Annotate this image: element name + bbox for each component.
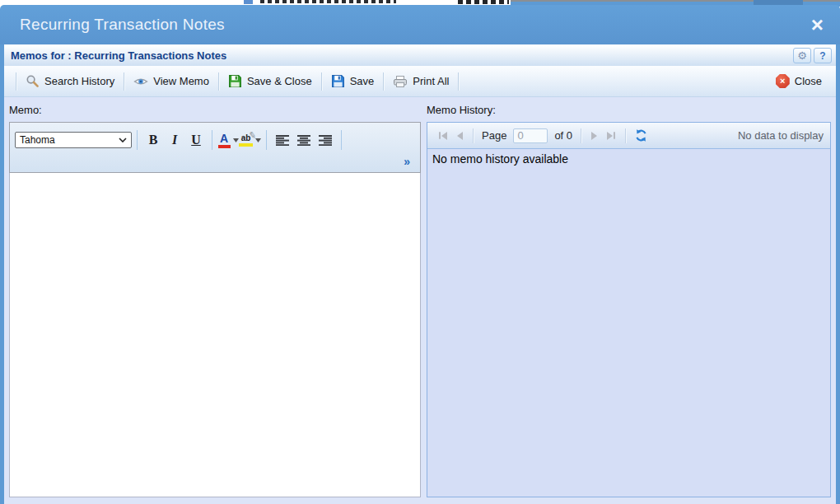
eye-icon (133, 76, 148, 87)
align-left-button[interactable] (272, 129, 293, 151)
highlight-icon: ab ✎ (239, 134, 253, 147)
save-green-icon (228, 74, 242, 88)
editor-separator (266, 130, 267, 150)
highlight-color-button[interactable]: ab ✎ (239, 129, 261, 151)
save-blue-icon (331, 74, 345, 88)
align-right-button[interactable] (315, 129, 336, 151)
font-color-icon: A (218, 133, 231, 148)
align-right-icon (319, 135, 332, 146)
toolbar-separator (458, 72, 459, 91)
dialog-body: Memos for : Recurring Transactions Notes… (0, 44, 840, 504)
align-center-icon (297, 135, 310, 146)
view-memo-label: View Memo (153, 75, 209, 87)
dialog-close-icon[interactable]: × (808, 16, 827, 33)
memo-text-area[interactable] (9, 173, 421, 497)
chevron-down-icon (119, 138, 127, 142)
view-memo-button[interactable]: View Memo (128, 72, 215, 91)
paging-toolbar: Page of 0 (427, 123, 830, 149)
first-page-icon (441, 132, 447, 140)
toolbar-separator (16, 72, 16, 91)
next-page-icon (591, 132, 597, 140)
memo-label: Memo: (9, 104, 42, 116)
editor-separator (341, 130, 342, 150)
last-page-button[interactable] (604, 129, 618, 142)
page-number-input[interactable] (513, 128, 548, 143)
previous-page-button[interactable] (455, 129, 465, 142)
pen-icon: ✎ (248, 130, 257, 140)
refresh-icon (634, 128, 648, 142)
dialog-toolbar: Search History View Memo (4, 66, 836, 97)
bold-button[interactable]: B (142, 129, 164, 151)
paging-separator (581, 128, 581, 143)
previous-page-icon (457, 132, 463, 140)
editor-toolbar-row1: Tahoma B I U (15, 128, 415, 152)
print-all-label: Print All (413, 75, 449, 87)
memos-for-title: Memos for : Recurring Transactions Notes (11, 49, 226, 62)
font-color-button[interactable]: A (217, 129, 239, 151)
dialog-content: Memo: Memo History: Tahoma (4, 97, 836, 504)
underline-button[interactable]: U (185, 129, 207, 151)
page-of-label: of 0 (554, 129, 572, 142)
dialog-title: Recurring Transaction Notes (20, 16, 225, 34)
memo-history-panel: Page of 0 (427, 122, 831, 497)
gear-icon: ⚙ (797, 50, 807, 61)
background-text-fragment (260, 0, 396, 3)
settings-button[interactable]: ⚙ (793, 48, 811, 63)
paging-separator (473, 128, 474, 143)
printer-icon (393, 75, 408, 88)
save-label: Save (350, 75, 375, 87)
search-icon (26, 74, 40, 88)
save-close-label: Save & Close (247, 75, 312, 87)
background-icon-fragment (244, 0, 253, 4)
screen: Recurring Transaction Notes × Memos for … (0, 0, 840, 504)
print-all-button[interactable]: Print All (387, 72, 455, 91)
toolbar-separator (218, 72, 219, 91)
help-icon: ? (819, 50, 825, 62)
editor-toolbar: Tahoma B I U (9, 122, 421, 173)
toolbar-separator (383, 72, 384, 91)
search-history-button[interactable]: Search History (20, 71, 120, 91)
close-red-icon: × (776, 74, 790, 88)
editor-separator (212, 130, 212, 150)
recurring-transaction-notes-dialog: Recurring Transaction Notes × Memos for … (0, 5, 840, 504)
close-x-glyph: × (780, 77, 785, 86)
memo-editor: Tahoma B I U (9, 122, 421, 497)
font-family-select[interactable]: Tahoma (15, 132, 132, 148)
paging-separator (625, 128, 626, 143)
paging-status: No data to display (738, 129, 824, 142)
toolbar-separator (321, 72, 322, 91)
first-page-button[interactable] (436, 129, 450, 142)
save-close-button[interactable]: Save & Close (222, 71, 318, 91)
memo-history-body: No memo history available (427, 149, 830, 497)
help-button[interactable]: ? (814, 48, 832, 63)
header-tool-buttons: ⚙ ? (793, 48, 832, 63)
last-page-icon (607, 132, 613, 140)
background-text-fragment (458, 0, 509, 4)
toolbar-separator (124, 72, 124, 91)
memos-for-header: Memos for : Recurring Transactions Notes… (4, 44, 836, 66)
align-left-icon (276, 135, 289, 146)
page-label: Page (482, 129, 506, 142)
editor-separator (137, 130, 138, 150)
dropdown-caret-icon (233, 138, 239, 142)
toolbar-overflow-button[interactable]: » (404, 155, 410, 168)
font-family-value: Tahoma (20, 134, 55, 146)
close-label: Close (795, 75, 822, 87)
italic-button[interactable]: I (164, 129, 185, 151)
search-history-label: Search History (44, 75, 114, 87)
refresh-button[interactable] (634, 128, 648, 142)
close-button[interactable]: × Close (770, 71, 828, 91)
no-history-text: No memo history available (432, 152, 568, 166)
memo-history-label: Memo History: (427, 104, 496, 116)
editor-toolbar-row2: » (15, 152, 415, 170)
dropdown-caret-icon (255, 138, 261, 142)
align-center-button[interactable] (293, 129, 315, 151)
dialog-titlebar: Recurring Transaction Notes × (0, 5, 840, 44)
save-button[interactable]: Save (325, 71, 380, 91)
next-page-button[interactable] (589, 129, 600, 142)
